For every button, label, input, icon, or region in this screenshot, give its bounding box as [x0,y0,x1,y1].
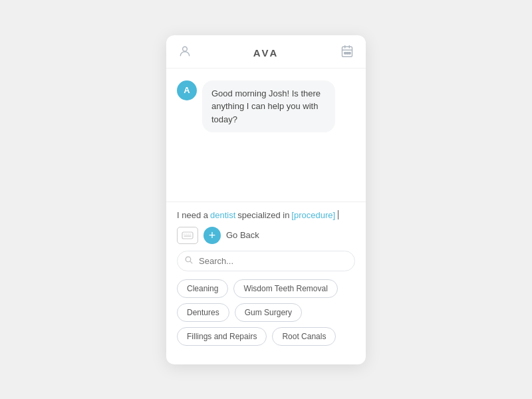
tag-dentures[interactable]: Dentures [177,303,229,322]
header: AVA [166,35,366,68]
chat-area: A Good morning Josh! Is there anything I… [166,68,366,201]
svg-rect-1 [342,47,352,57]
tags-area: Cleaning Wisdom Teeth Removal Dentures G… [177,279,355,360]
svg-rect-8 [182,232,193,239]
search-container [177,251,355,271]
user-icon [178,45,192,61]
tag-gum-surgery[interactable]: Gum Surgery [235,303,302,322]
tag-row-1: Cleaning Wisdom Teeth Removal [177,279,355,298]
app-title: AVA [253,47,279,59]
go-back-button[interactable]: Go Back [226,230,259,240]
svg-rect-6 [346,52,348,54]
tag-wisdom-teeth-removal[interactable]: Wisdom Teeth Removal [233,279,338,298]
tag-row-3: Fillings and Repairs Root Canals [177,327,355,346]
search-icon [184,255,193,266]
tag-fillings-and-repairs[interactable]: Fillings and Repairs [177,327,267,346]
svg-point-0 [183,47,188,51]
procedure-placeholder[interactable]: [procedure] [291,210,335,220]
action-row: + Go Back [177,227,355,244]
add-button[interactable]: + [203,227,221,244]
calendar-icon [340,45,354,61]
text-cursor [338,210,338,219]
svg-rect-5 [344,52,346,54]
message-row: A Good morning Josh! Is there anything I… [177,80,355,133]
avatar: A [177,80,197,100]
tag-row-2: Dentures Gum Surgery [177,303,355,322]
search-input[interactable] [177,251,355,271]
chat-card: AVA A Good morning Josh! Is there anythi… [166,35,366,364]
input-text-before: I need a [177,210,208,220]
dentist-link[interactable]: dentist [210,210,235,220]
message-bubble: Good morning Josh! Is there anything I c… [202,80,335,133]
keyboard-icon [177,227,198,244]
svg-line-15 [190,261,192,263]
tag-root-canals[interactable]: Root Canals [272,327,336,346]
input-text-row: I need a dentist specialized in [procedu… [177,210,355,220]
tag-cleaning[interactable]: Cleaning [177,279,228,298]
input-area: I need a dentist specialized in [procedu… [166,201,366,364]
input-text-middle: specialized in [237,210,289,220]
svg-rect-7 [348,52,350,54]
